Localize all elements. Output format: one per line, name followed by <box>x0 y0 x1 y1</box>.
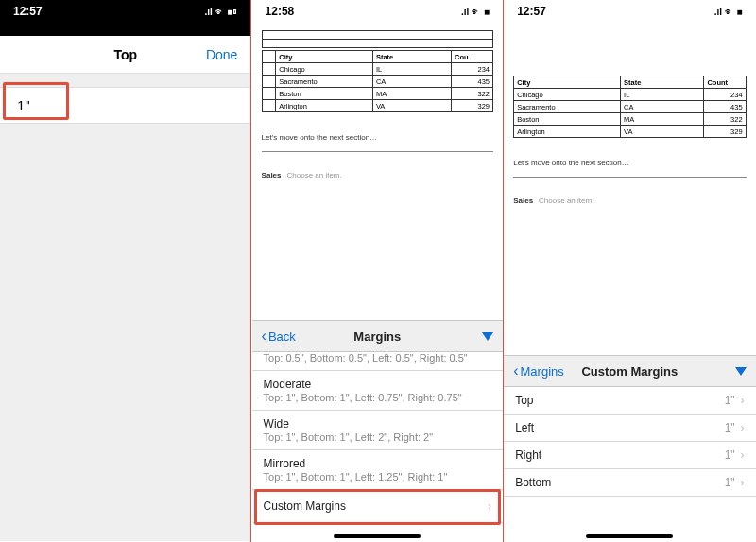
status-time: 12:57 <box>517 5 546 18</box>
status-icons: .ıl ᯤ ■ <box>714 7 743 17</box>
section-divider <box>262 151 493 152</box>
dropdown-icon[interactable] <box>482 332 493 341</box>
col-count: Cou… <box>451 51 492 63</box>
col-state: State <box>621 76 704 89</box>
table-row: BostonMA322 <box>262 88 492 100</box>
margin-option-wide[interactable]: Wide Top: 1", Bottom: 1", Left: 2", Righ… <box>252 411 503 450</box>
dropdown-icon[interactable] <box>735 367 747 376</box>
margin-row-top[interactable]: Top 1"› <box>504 387 755 415</box>
panel-title: Custom Margins <box>581 364 678 379</box>
phone-screenshot-2: 12:57 .ıl ᯤ ■ City State Count ChicagoIL… <box>504 0 755 542</box>
table-row: ArlingtonVA329 <box>514 126 746 138</box>
sales-line: SalesChoose an item. <box>513 196 746 205</box>
col-state: State <box>372 51 451 63</box>
panel-header: ‹ Back Margins <box>252 320 503 352</box>
status-bar: 12:57 .ıl ᯤ ■ <box>504 0 755 23</box>
status-icons: .ıl ᯤ ■▯ <box>204 7 237 17</box>
status-bar: 12:57 .ıl ᯤ ■▯ <box>0 0 250 23</box>
modal-body: 1" <box>0 74 250 541</box>
margin-option-truncated[interactable]: Top: 0.5", Bottom: 0.5", Left: 0.5", Rig… <box>252 352 503 371</box>
custom-margins-row[interactable]: Custom Margins › <box>252 490 503 523</box>
document-table-main: City State Cou… ChicagoIL234 SacramentoC… <box>262 50 493 112</box>
margin-row-right[interactable]: Right 1"› <box>504 442 755 469</box>
chevron-right-icon: › <box>488 500 491 513</box>
modal-title: Top <box>113 47 137 62</box>
document-area: City State Count ChicagoIL234 Sacramento… <box>504 23 755 211</box>
status-icons: .ıl ᯤ ■ <box>461 7 490 17</box>
phone-screenshot-1: 12:58 .ıl ᯤ ■ City State Cou… ChicagoIL2… <box>252 0 504 542</box>
panel-header: ‹ Margins Custom Margins <box>504 355 755 387</box>
margin-row-left[interactable]: Left 1"› <box>504 415 755 442</box>
table-row: ArlingtonVA329 <box>262 100 492 112</box>
chevron-right-icon: › <box>741 449 745 462</box>
margin-row-bottom[interactable]: Bottom 1"› <box>504 469 755 497</box>
margin-option-moderate[interactable]: Moderate Top: 1", Bottom: 1", Left: 0.75… <box>252 371 503 411</box>
col-city: City <box>514 76 621 89</box>
chevron-right-icon: › <box>741 476 745 489</box>
home-indicator <box>586 534 673 538</box>
chevron-left-icon: ‹ <box>262 328 266 345</box>
panel-title: Margins <box>353 330 401 344</box>
chevron-right-icon: › <box>741 394 745 407</box>
modal-nav: Top Done <box>0 36 250 74</box>
home-indicator <box>334 534 421 538</box>
document-table <box>262 30 493 48</box>
col-count: Count <box>704 76 746 89</box>
document-area: City State Cou… ChicagoIL234 SacramentoC… <box>252 23 503 185</box>
table-row: ChicagoIL234 <box>262 63 492 76</box>
sales-line: SalesChoose an item. <box>262 171 493 179</box>
document-table: City State Count ChicagoIL234 Sacramento… <box>513 76 746 138</box>
done-button[interactable]: Done <box>206 47 237 62</box>
margin-value-input[interactable]: 1" <box>0 87 250 124</box>
col-city: City <box>276 51 373 63</box>
status-time: 12:58 <box>266 5 295 18</box>
doc-text: Let's move onto the next section… <box>262 133 493 142</box>
status-time: 12:57 <box>13 5 43 18</box>
margin-option-mirrored[interactable]: Mirrored Top: 1", Bottom: 1", Left: 1.25… <box>252 450 503 490</box>
table-row: BostonMA322 <box>514 113 746 126</box>
black-gap <box>0 23 250 36</box>
table-row: SacramentoCA435 <box>514 101 746 113</box>
table-row: SacramentoCA435 <box>262 76 492 88</box>
chevron-left-icon: ‹ <box>513 363 518 380</box>
section-divider <box>513 177 746 178</box>
back-button[interactable]: ‹ Back <box>262 328 296 345</box>
table-row: ChicagoIL234 <box>514 89 746 101</box>
phone-screenshot-3: 12:57 .ıl ᯤ ■▯ Top Done 1" <box>0 0 251 542</box>
back-button[interactable]: ‹ Margins <box>513 363 564 380</box>
chevron-right-icon: › <box>741 421 745 434</box>
doc-text: Let's move onto the next section… <box>513 159 746 167</box>
status-bar: 12:58 .ıl ᯤ ■ <box>252 0 503 23</box>
